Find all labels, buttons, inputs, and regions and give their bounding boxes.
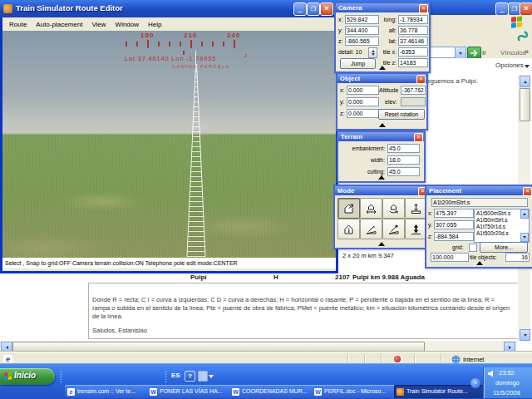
page-top-text: eguemos a Pulpí.	[426, 77, 478, 85]
volume-icon[interactable]	[488, 370, 495, 377]
terrain-panel-title-bar[interactable]: Terrain	[338, 132, 424, 141]
camera-alt-field[interactable]: 36.778	[398, 26, 428, 35]
more-button[interactable]: More...	[480, 242, 528, 253]
mode-panel-title-bar[interactable]: Mode	[335, 186, 428, 195]
camera-panel-title-bar[interactable]: Camera	[336, 3, 429, 12]
internet-zone-label: Internet	[463, 356, 484, 363]
placement-close-icon[interactable]	[523, 187, 532, 196]
shape-listbox[interactable]: A1t500mStrt.s A1t50mStrt.s A1t750r1d.s A…	[474, 209, 530, 243]
scroll-down-button[interactable]	[520, 329, 530, 341]
compass-label-210: 210	[184, 32, 197, 39]
h-scrollbar[interactable]	[0, 341, 517, 352]
links-chevron[interactable]: »	[525, 47, 529, 56]
mode-slope-pencil-button[interactable]	[360, 219, 382, 239]
latlon-sup: 2	[244, 53, 247, 58]
camera-lat-field[interactable]: 37.46146	[398, 37, 428, 46]
menu-auto-placement[interactable]: Auto-placement	[36, 21, 82, 28]
help-icon[interactable]: ?	[185, 371, 195, 382]
editor-close-button[interactable]	[320, 2, 333, 16]
shape-list-item[interactable]: A1t750r1d.s	[475, 223, 529, 229]
placement-x-field[interactable]: 475.397	[434, 209, 474, 218]
taskbar-task-perfil-doc[interactable]: W PERFIL.doc - Microso...	[312, 385, 401, 398]
train-icon: .	[397, 388, 404, 396]
browser-close-button[interactable]	[520, 2, 532, 16]
placement-z-field[interactable]: -884.584	[434, 232, 474, 241]
taskbar-task-trensim[interactable]: e trensim.com :: Ver te...	[65, 385, 154, 398]
object-panel-title-bar[interactable]: Object	[337, 74, 426, 83]
detail-spinner[interactable]	[368, 47, 377, 58]
windows-logo-icon	[511, 16, 524, 29]
list-scroll-down-button[interactable]	[520, 233, 529, 242]
mode-slope-dropper-button[interactable]	[382, 219, 405, 239]
object-altitude-field: -367.762	[401, 86, 426, 95]
taskbar-task-route-editor[interactable]: . Train Simulator Route...	[394, 385, 483, 398]
page-options-label[interactable]: Opciones	[495, 62, 524, 69]
language-indicator[interactable]: ES	[171, 372, 180, 379]
terrain-close-icon[interactable]	[414, 133, 423, 142]
terrain-cutting-field[interactable]: 45.0	[387, 167, 420, 176]
mode-elevation-button[interactable]	[405, 219, 427, 239]
menu-route[interactable]: Route	[9, 21, 27, 28]
start-button[interactable]: Inicio	[0, 368, 55, 385]
object-collapse-handle[interactable]	[379, 123, 386, 127]
viewport-3d[interactable]: 180 210 240 Lat 37.46140 Lon -1.78955 2 …	[2, 31, 336, 258]
editor-title-bar[interactable]: Train Simulator Route Editor	[0, 0, 338, 17]
taskbar-task-poner-vias[interactable]: W PONER LAS VÍAS HA...	[147, 385, 236, 398]
terrain-width-field[interactable]: 18.0	[387, 155, 420, 165]
placement-scale-field[interactable]: 100.000	[431, 253, 469, 262]
mode-info-button[interactable]: i	[337, 219, 360, 239]
menu-view[interactable]: View	[91, 21, 106, 28]
go-label[interactable]: Ir	[482, 49, 486, 57]
doc-row-grade: H	[273, 273, 278, 281]
menu-help[interactable]: Help	[148, 21, 161, 28]
latlon-readout: Lat 37.46140 Lon -1.78955	[125, 55, 216, 62]
object-close-icon[interactable]	[416, 75, 426, 84]
object-y-field[interactable]: 0.000	[347, 97, 379, 106]
placement-panel-title-bar[interactable]: Placement	[426, 186, 532, 195]
links-label[interactable]: Vínculos	[500, 49, 526, 57]
menu-window[interactable]: Window	[116, 21, 139, 28]
mode-collapse-handle[interactable]	[378, 242, 385, 246]
tray-chevron-button[interactable]: ‹	[470, 378, 480, 388]
options-caret-icon	[525, 65, 530, 68]
measure-note-box: 2 x 20 m km 9.347	[338, 246, 425, 274]
terrain-collapse-handle[interactable]	[378, 175, 385, 180]
taskbar-task-coordenadas[interactable]: W COORDENADAS MUR...	[229, 385, 318, 398]
camera-z-field[interactable]: -860.565	[345, 37, 379, 46]
language-bar-caret-icon[interactable]	[209, 375, 214, 378]
language-bar-options-icon[interactable]	[198, 371, 208, 382]
object-z-field[interactable]: 0.000	[347, 109, 379, 118]
jump-button[interactable]: Jump	[340, 58, 376, 69]
editor-maximize-button[interactable]	[307, 2, 320, 16]
terrain-texture	[2, 133, 336, 258]
camera-collapse-handle[interactable]	[379, 66, 386, 70]
placement-collapse-handle[interactable]	[476, 261, 483, 265]
mode-rotate-button[interactable]	[382, 198, 405, 219]
terrain-embankment-field[interactable]: 45.0	[387, 144, 420, 153]
mode-lower-button[interactable]	[405, 198, 427, 219]
scroll-up-button[interactable]	[520, 76, 530, 87]
placement-y-field[interactable]: 307.055	[434, 220, 474, 229]
reset-rotation-button[interactable]: Reset rotation	[378, 109, 425, 120]
terrain-panel: Terrain embankment: 45.0 width: 18.0 cut…	[337, 131, 426, 183]
camera-tilez-field[interactable]: 14183	[398, 58, 428, 67]
list-scroll-up-button[interactable]	[520, 209, 529, 219]
mode-select-button[interactable]	[337, 198, 360, 219]
camera-long-field[interactable]: -1.78934	[398, 15, 428, 24]
mode-move-button[interactable]	[360, 198, 382, 219]
measure-note: 2 x 20 m km 9.347	[342, 252, 394, 259]
editor-minimize-button[interactable]	[293, 2, 307, 16]
placement-current-shape[interactable]: A1t200mStrt.s	[431, 198, 528, 207]
toolbar-icon[interactable]	[516, 30, 530, 42]
camera-tilex-field[interactable]: -6353	[398, 47, 428, 57]
camera-panel: Camera x:529.842 long:-1.78934 y:344.400…	[334, 2, 431, 73]
camera-close-icon[interactable]	[419, 4, 428, 13]
camera-y-field[interactable]: 344.400	[345, 26, 379, 35]
camera-x-field[interactable]: 529.842	[345, 15, 379, 24]
object-x-field[interactable]: 0.000	[347, 86, 379, 95]
word-icon: W	[150, 388, 157, 396]
grid-checkbox[interactable]	[469, 244, 477, 252]
object-elev-field[interactable]	[401, 97, 426, 106]
v-scroll-thumb[interactable]	[520, 88, 530, 121]
browser-minimize-button[interactable]	[495, 2, 509, 16]
